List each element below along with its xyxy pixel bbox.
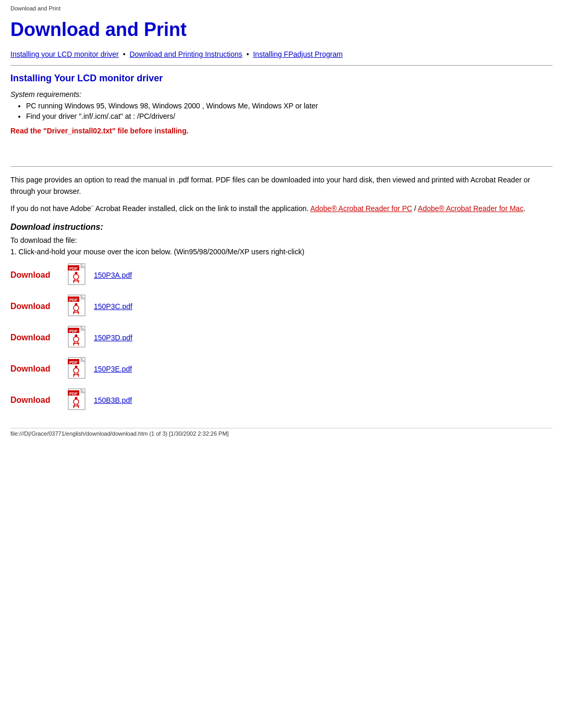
svg-text:PDF: PDF bbox=[69, 329, 78, 334]
download-instruction: 1. Click-and-hold your mouse over the ic… bbox=[10, 248, 553, 256]
download-link-3[interactable]: 150P3D.pdf bbox=[94, 334, 132, 342]
download-label-3: Download bbox=[10, 333, 68, 342]
breadcrumb-sep-1: • bbox=[123, 50, 128, 58]
pdf-icon-4: PDF bbox=[68, 357, 90, 381]
download-label-4: Download bbox=[10, 364, 68, 374]
info-separator: / bbox=[414, 204, 418, 213]
info-p2-before: If you do not have Adobe¨ Acrobat Reader… bbox=[10, 204, 309, 213]
pdf-icon-5: PDF bbox=[68, 388, 90, 412]
pdf-icon-1: PDF bbox=[68, 263, 90, 287]
breadcrumb-link-download[interactable]: Download and Printing Instructions bbox=[129, 50, 242, 58]
pdf-icon-2: PDF bbox=[68, 294, 90, 318]
svg-point-17 bbox=[75, 303, 78, 306]
page-title: Download and Print bbox=[10, 19, 553, 41]
info-paragraph-1: This page provides an option to read the… bbox=[10, 174, 553, 198]
download-label-1: Download bbox=[10, 270, 68, 280]
info-paragraph-2: If you do not have Adobe¨ Acrobat Reader… bbox=[10, 203, 553, 214]
svg-point-35 bbox=[75, 366, 78, 368]
download-row-3: Download PDF 150P3D.pdf bbox=[10, 326, 553, 350]
download-section: Download instructions: To download the f… bbox=[10, 223, 553, 412]
breadcrumb-link-fpadjust[interactable]: Installing FPadjust Program bbox=[253, 50, 342, 58]
bullet-item-1: PC running Windows 95, Windows 98, Windo… bbox=[26, 102, 553, 110]
svg-text:PDF: PDF bbox=[69, 266, 78, 271]
breadcrumb-link-lcd[interactable]: Installing your LCD monitor driver bbox=[10, 50, 119, 58]
browser-tab-title: Download and Print bbox=[10, 5, 553, 14]
system-req-list: PC running Windows 95, Windows 98, Windo… bbox=[10, 102, 553, 120]
download-intro: To download the file: bbox=[10, 236, 553, 244]
svg-text:PDF: PDF bbox=[69, 360, 78, 365]
adobe-pc-link[interactable]: Adobe® Acrobat Reader for PC bbox=[310, 204, 412, 213]
svg-point-44 bbox=[75, 397, 78, 400]
status-bar: file:///D|/Grace/03771/english/download/… bbox=[10, 428, 553, 437]
divider-mid bbox=[10, 166, 553, 167]
download-link-5[interactable]: 150B3B.pdf bbox=[94, 396, 132, 404]
download-row-5: Download PDF 150B3B.pdf bbox=[10, 388, 553, 412]
download-link-4[interactable]: 150P3E.pdf bbox=[94, 365, 132, 373]
system-req-label: System requirements: bbox=[10, 90, 553, 98]
download-row-4: Download PDF 150P3E.pdf bbox=[10, 357, 553, 381]
svg-point-26 bbox=[75, 335, 78, 337]
download-row-1: Download PDF 150P3A.pdf bbox=[10, 263, 553, 287]
pdf-icon-3: PDF bbox=[68, 326, 90, 350]
lcd-section: Installing Your LCD monitor driver Syste… bbox=[10, 73, 553, 135]
download-row-2: Download PDF 150P3C.pdf bbox=[10, 294, 553, 318]
svg-text:PDF: PDF bbox=[69, 391, 78, 396]
warning-text: Read the "Driver_install02.txt" file bef… bbox=[10, 127, 553, 135]
download-label-2: Download bbox=[10, 302, 68, 311]
spacer-1 bbox=[10, 140, 553, 161]
bullet-item-2: Find your driver ".inf/.icm/.cat" at : /… bbox=[26, 112, 553, 120]
breadcrumb-sep-2: • bbox=[247, 50, 251, 58]
adobe-mac-link[interactable]: Adobe® Acrobat Reader for Mac bbox=[418, 204, 524, 213]
breadcrumb: Installing your LCD monitor driver • Dow… bbox=[10, 49, 553, 60]
info-p2-after: . bbox=[523, 204, 525, 213]
download-label-5: Download bbox=[10, 396, 68, 405]
download-link-2[interactable]: 150P3C.pdf bbox=[94, 302, 132, 311]
download-heading: Download instructions: bbox=[10, 223, 553, 232]
download-link-1[interactable]: 150P3A.pdf bbox=[94, 271, 132, 279]
divider-top bbox=[10, 65, 553, 66]
info-section: This page provides an option to read the… bbox=[10, 174, 553, 214]
lcd-section-heading: Installing Your LCD monitor driver bbox=[10, 73, 553, 84]
svg-point-8 bbox=[75, 272, 78, 275]
svg-text:PDF: PDF bbox=[69, 298, 78, 302]
